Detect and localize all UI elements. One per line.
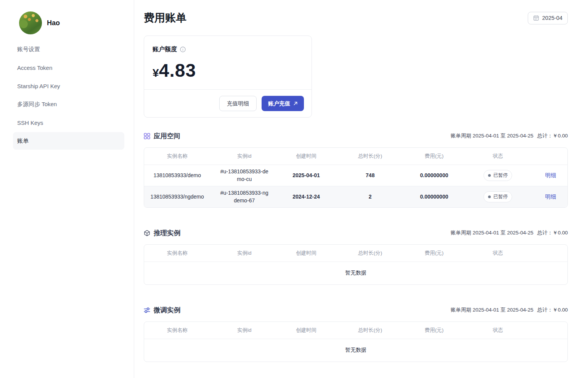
sidebar-item-label: SSH Keys xyxy=(17,120,43,126)
col-fee: 费用(元) xyxy=(406,322,462,339)
col-status: 状态 xyxy=(462,245,534,262)
col-instance-name: 实例名称 xyxy=(144,322,210,339)
col-action xyxy=(534,245,567,262)
cell-action: 明细 xyxy=(534,186,567,207)
status-label: 已暂停 xyxy=(493,172,508,179)
sidebar-item-access-token[interactable]: Access Token xyxy=(13,59,124,76)
empty-text: 暂无数据 xyxy=(144,339,567,362)
section-finetune: 微调实例 账单周期 2025-04-01 至 2025-04-25 总计：￥0.… xyxy=(144,305,568,362)
cell-fee: 0.00000000 xyxy=(406,165,462,186)
col-instance-id: 实例id xyxy=(210,148,278,165)
recharge-button-label: 账户充值 xyxy=(268,100,290,107)
app-space-table: 实例名称 实例id 创建时间 总时长(分) 费用(元) 状态 138108539… xyxy=(144,147,568,208)
sidebar-item-starship-api-key[interactable]: Starship API Key xyxy=(13,77,124,95)
balance-card: 账户额度 ¥4.83 充值明细 账户充值 xyxy=(144,36,312,118)
instance-name: 13810853933/demo xyxy=(153,171,201,179)
balance-amount: ¥4.83 xyxy=(153,60,303,81)
empty-text: 暂无数据 xyxy=(144,262,567,284)
empty-row: 暂无数据 xyxy=(144,262,567,284)
status-badge: 已暂停 xyxy=(484,170,512,181)
user-name: Hao xyxy=(47,19,60,27)
balance-value: 4.83 xyxy=(159,60,196,81)
col-instance-id: 实例id xyxy=(210,322,278,339)
table-header-row: 实例名称 实例id 创建时间 总时长(分) 费用(元) 状态 xyxy=(144,245,567,262)
sidebar-item-label: 多源同步 Token xyxy=(17,101,57,108)
cell-duration: 748 xyxy=(334,165,406,186)
billing-period-range: 账单周期 2025-04-01 至 2025-04-25 xyxy=(451,132,533,139)
sidebar-item-label: Starship API Key xyxy=(17,83,60,89)
table-header-row: 实例名称 实例id 创建时间 总时长(分) 费用(元) 状态 xyxy=(144,148,567,165)
billing-period: 账单周期 2025-04-01 至 2025-04-25 总计：￥0.00 xyxy=(451,307,568,313)
table-header-row: 实例名称 实例id 创建时间 总时长(分) 费用(元) 状态 xyxy=(144,322,567,339)
sidebar-item-label: Access Token xyxy=(17,65,52,71)
balance-card-body: 账户额度 ¥4.83 xyxy=(144,36,312,89)
detail-link[interactable]: 明细 xyxy=(545,172,556,178)
sidebar-item-label: 账号设置 xyxy=(17,46,40,53)
calendar-icon xyxy=(533,15,539,21)
sidebar-item-billing[interactable]: 账单 xyxy=(13,132,124,150)
avatar xyxy=(19,11,42,34)
table-row: 13810853933/demo #u-13810853933-demo-cu … xyxy=(144,165,567,186)
user-profile: Hao xyxy=(19,11,134,34)
month-picker-value: 2025-04 xyxy=(542,15,562,21)
info-icon[interactable] xyxy=(180,47,186,52)
arrow-up-right-icon xyxy=(294,102,297,105)
section-inference: 推理实例 账单周期 2025-04-01 至 2025-04-25 总计：￥0.… xyxy=(144,228,568,285)
billing-period-total: 总计：￥0.00 xyxy=(537,307,568,313)
status-label: 已暂停 xyxy=(493,194,508,200)
sidebar-item-account-settings[interactable]: 账号设置 xyxy=(13,40,124,58)
cell-status: 已暂停 xyxy=(462,186,534,207)
col-instance-name: 实例名称 xyxy=(144,245,210,262)
billing-period-total: 总计：￥0.00 xyxy=(537,132,568,139)
cube-icon xyxy=(144,230,150,236)
section-title: 微调实例 xyxy=(154,305,180,315)
col-created: 创建时间 xyxy=(278,245,334,262)
cell-status: 已暂停 xyxy=(462,165,534,186)
col-action xyxy=(534,322,567,339)
status-dot-icon xyxy=(488,174,491,177)
col-created: 创建时间 xyxy=(278,322,334,339)
table-row: 13810853933/ngdemo #u-13810853933-ngdemo… xyxy=(144,186,567,207)
cell-fee: 0.00000000 xyxy=(406,186,462,207)
billing-period-total: 总计：￥0.00 xyxy=(537,229,568,236)
col-instance-name: 实例名称 xyxy=(144,148,210,165)
recharge-detail-button[interactable]: 充值明细 xyxy=(219,96,257,111)
instance-id: #u-13810853933-ngdemo-67 xyxy=(220,189,269,205)
sidebar-item-label: 账单 xyxy=(17,137,29,145)
col-fee: 费用(元) xyxy=(406,245,462,262)
cell-action: 明细 xyxy=(534,165,567,186)
section-title: 推理实例 xyxy=(154,228,180,237)
recharge-button[interactable]: 账户充值 xyxy=(262,96,304,111)
col-created: 创建时间 xyxy=(278,148,334,165)
detail-link[interactable]: 明细 xyxy=(545,194,556,200)
sidebar-item-ssh-keys[interactable]: SSH Keys xyxy=(13,114,124,131)
section-app-space: 应用空间 账单周期 2025-04-01 至 2025-04-25 总计：￥0.… xyxy=(144,131,568,208)
col-status: 状态 xyxy=(462,322,534,339)
sidebar: Hao 账号设置 Access Token Starship API Key 多… xyxy=(0,0,134,378)
col-instance-id: 实例id xyxy=(210,245,278,262)
inference-table: 实例名称 实例id 创建时间 总时长(分) 费用(元) 状态 暂无数据 xyxy=(144,244,568,285)
month-picker[interactable]: 2025-04 xyxy=(528,12,568,24)
col-duration: 总时长(分) xyxy=(334,322,406,339)
cell-duration: 2 xyxy=(334,186,406,207)
instance-id: #u-13810853933-demo-cu xyxy=(220,168,269,183)
col-action xyxy=(534,148,567,165)
main-content: 费用账单 2025-04 账户额度 xyxy=(134,0,588,378)
grid-icon xyxy=(144,133,150,139)
balance-card-footer: 充值明细 账户充值 xyxy=(144,89,312,117)
billing-period-range: 账单周期 2025-04-01 至 2025-04-25 xyxy=(451,229,533,236)
status-badge: 已暂停 xyxy=(484,191,512,202)
status-dot-icon xyxy=(488,195,491,198)
section-title: 应用空间 xyxy=(154,131,180,141)
col-duration: 总时长(分) xyxy=(334,148,406,165)
sidebar-item-multisource-token[interactable]: 多源同步 Token xyxy=(13,95,124,113)
empty-row: 暂无数据 xyxy=(144,339,567,362)
finetune-table: 实例名称 实例id 创建时间 总时长(分) 费用(元) 状态 暂无数据 xyxy=(144,321,568,362)
cell-created: 2025-04-01 xyxy=(278,165,334,186)
balance-currency: ¥ xyxy=(153,66,159,79)
page-title: 费用账单 xyxy=(144,11,186,25)
col-status: 状态 xyxy=(462,148,534,165)
sidebar-nav: 账号设置 Access Token Starship API Key 多源同步 … xyxy=(13,40,124,150)
balance-title: 账户额度 xyxy=(153,45,177,53)
cell-instance-id: #u-13810853933-demo-cu xyxy=(210,165,278,186)
